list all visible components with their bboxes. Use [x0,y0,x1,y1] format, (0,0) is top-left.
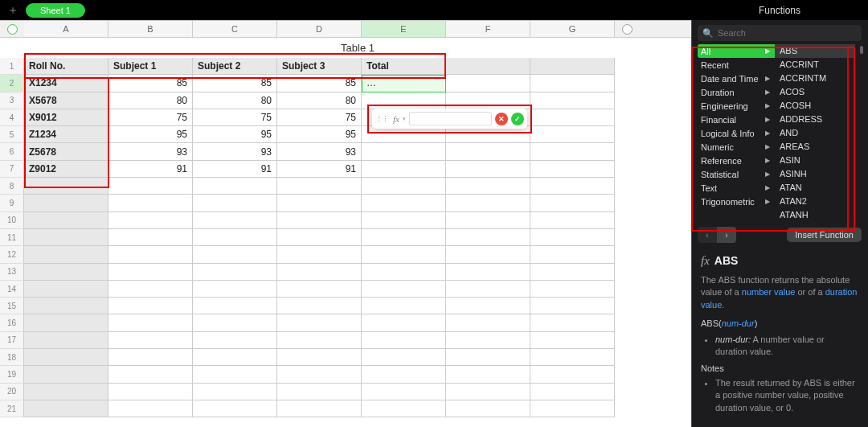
cell[interactable] [24,195,108,211]
cell[interactable]: 93 [193,143,277,160]
cell[interactable] [530,178,615,195]
cell[interactable] [24,349,108,366]
cell[interactable] [446,332,530,349]
cell[interactable]: X5678 [24,92,108,109]
cell[interactable] [108,298,193,314]
cell[interactable] [446,384,530,400]
cell[interactable] [446,161,530,178]
cell[interactable] [446,126,530,143]
function-category-item[interactable]: Financial▶ [698,113,775,126]
cell[interactable] [108,400,193,417]
cell[interactable] [530,126,615,143]
cell[interactable] [446,92,530,109]
function-name-item[interactable]: ACCRINTM [775,72,855,85]
cell[interactable] [362,384,446,400]
cell[interactable] [446,349,530,366]
function-category-item[interactable]: All▶ [698,44,775,58]
function-category-item[interactable]: Engineering▶ [698,99,775,113]
cell[interactable] [530,143,615,160]
cell[interactable] [362,178,446,195]
sheet-tab[interactable]: Sheet 1 [26,3,85,18]
header-cell[interactable]: Subject 1 [108,58,193,75]
function-category-item[interactable]: Logical & Info▶ [698,126,775,140]
cell[interactable]: 75 [193,109,277,126]
cell[interactable] [277,229,362,246]
cell[interactable] [193,349,277,366]
cell[interactable]: 80 [108,92,193,109]
cell[interactable] [193,195,277,211]
cell[interactable] [108,314,193,331]
cell[interactable] [530,109,615,126]
cell[interactable] [362,143,446,160]
cell[interactable] [277,195,362,211]
function-name-item[interactable]: AREAS [775,140,855,154]
cell[interactable] [530,229,615,246]
cell[interactable] [108,195,193,211]
row-header[interactable]: 17 [0,332,24,349]
cell[interactable] [362,332,446,349]
cell[interactable] [446,229,530,246]
cell[interactable] [446,314,530,331]
cell[interactable] [108,178,193,195]
cell[interactable]: 91 [277,161,362,178]
cell[interactable] [24,229,108,246]
cell[interactable] [530,92,615,109]
cell[interactable]: Z9012 [24,161,108,178]
cell[interactable] [362,298,446,314]
cell[interactable] [530,75,615,92]
add-sheet-button[interactable]: ＋ [6,3,19,18]
cell[interactable] [362,229,446,246]
header-cell[interactable]: Roll No. [24,58,108,75]
cell[interactable]: 91 [193,161,277,178]
row-header[interactable]: 2 [0,75,24,92]
cell[interactable] [277,246,362,263]
cell[interactable] [277,314,362,331]
cell[interactable] [362,161,446,178]
cell[interactable] [108,332,193,349]
function-category-item[interactable]: Numeric▶ [698,140,775,154]
header-cell[interactable] [446,58,530,75]
cell[interactable] [530,264,615,281]
cell[interactable] [362,366,446,383]
col-header-f[interactable]: F [446,21,530,37]
drag-handle-icon[interactable]: ⋮⋮ [375,115,390,123]
cell[interactable] [362,126,446,143]
cell[interactable] [446,400,530,417]
function-category-item[interactable]: Duration▶ [698,85,775,99]
cell[interactable] [530,384,615,400]
row-header[interactable]: 9 [0,195,24,211]
row-header[interactable]: 6 [0,143,24,160]
cell[interactable] [362,92,446,109]
cell[interactable] [24,246,108,263]
function-category-item[interactable]: Recent [698,58,775,72]
formula-input[interactable] [409,112,492,125]
function-category-item[interactable]: Date and Time▶ [698,72,775,85]
cell[interactable] [193,178,277,195]
cell[interactable] [24,314,108,331]
cell[interactable] [362,195,446,211]
col-header-c[interactable]: C [193,21,277,37]
cell[interactable]: 75 [277,109,362,126]
cell[interactable] [24,298,108,314]
col-header-a[interactable]: A [24,21,108,37]
cell[interactable] [530,349,615,366]
cell[interactable] [277,349,362,366]
cell[interactable] [193,314,277,331]
cell[interactable] [530,161,615,178]
cell[interactable] [108,366,193,383]
col-header-g[interactable]: G [530,21,615,37]
cell[interactable] [193,281,277,298]
formula-accept-button[interactable]: ✓ [511,113,524,125]
cell[interactable] [530,314,615,331]
cell[interactable] [446,195,530,211]
function-name-item[interactable]: ACOS [775,85,855,99]
cell[interactable] [24,384,108,400]
cell[interactable] [193,366,277,383]
cell[interactable] [530,212,615,229]
row-header[interactable]: 3 [0,92,24,109]
row-header[interactable]: 12 [0,246,24,263]
function-category-item[interactable]: Statistical▶ [698,167,775,181]
row-header[interactable]: 4 [0,109,24,126]
cell[interactable]: 85 [108,75,193,92]
nav-back-button[interactable]: ‹ [698,227,717,243]
